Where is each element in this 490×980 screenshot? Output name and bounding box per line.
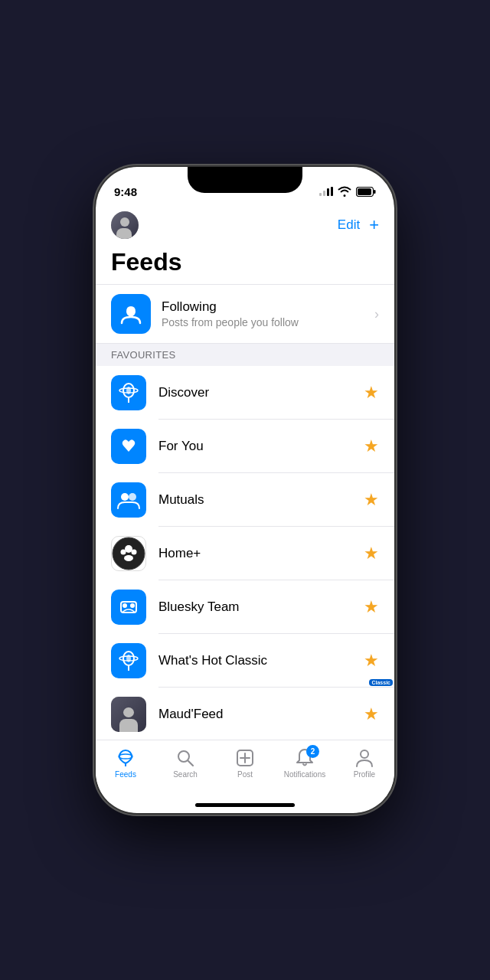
svg-point-13: [125, 545, 132, 553]
status-time: 9:48: [114, 185, 137, 198]
feeds-tab-label: Feeds: [115, 770, 136, 779]
svg-point-26: [119, 754, 132, 759]
svg-point-27: [178, 751, 189, 762]
discover-star[interactable]: ★: [364, 383, 379, 403]
bluesky-team-label: Bluesky Team: [158, 599, 364, 615]
whats-hot-label: What's Hot Classic: [158, 653, 364, 668]
tab-bar: Feeds Search: [96, 740, 394, 803]
following-icon: [111, 294, 151, 334]
feed-item-bluesky-team[interactable]: Bluesky Team ★: [96, 580, 394, 634]
svg-point-11: [129, 493, 136, 501]
homeplus-label: Home+: [158, 546, 364, 561]
edit-button[interactable]: Edit: [338, 217, 360, 233]
svg-point-12: [113, 537, 145, 570]
header: Edit +: [96, 205, 394, 247]
battery-icon: [356, 187, 376, 197]
maud-icon: [111, 697, 146, 732]
svg-point-10: [121, 493, 129, 501]
following-subtitle: Posts from people you follow: [162, 316, 374, 328]
svg-point-19: [130, 603, 135, 608]
notifications-tab-icon: 2: [295, 748, 315, 768]
feed-item-maud[interactable]: Maud'Feed ★: [96, 688, 394, 740]
feed-item-whats-hot[interactable]: Classic What's Hot Classic ★: [96, 634, 394, 688]
notch: [188, 167, 302, 193]
svg-point-16: [124, 555, 133, 561]
feeds-tab-icon: [116, 748, 136, 768]
svg-rect-0: [319, 193, 322, 196]
bluesky-team-star[interactable]: ★: [364, 597, 379, 617]
mutuals-label: Mutuals: [158, 492, 364, 508]
svg-point-32: [361, 750, 368, 758]
svg-point-18: [122, 603, 127, 608]
profile-tab-label: Profile: [354, 770, 375, 779]
bluesky-team-icon: [111, 590, 146, 625]
for-you-star[interactable]: ★: [364, 436, 379, 456]
whats-hot-icon: Classic: [111, 643, 146, 678]
discover-icon: [111, 375, 146, 410]
svg-line-28: [188, 761, 193, 766]
maud-label: Maud'Feed: [158, 707, 364, 722]
profile-tab-icon: [354, 748, 374, 768]
svg-rect-5: [374, 190, 376, 194]
homeplus-icon: [111, 536, 146, 571]
tab-search[interactable]: Search: [155, 746, 215, 780]
post-tab-label: Post: [237, 770, 253, 779]
feed-item-for-you[interactable]: For You ★: [96, 420, 394, 473]
phone-frame: 9:48: [96, 167, 394, 813]
for-you-icon: [111, 429, 146, 464]
svg-rect-6: [358, 188, 371, 195]
feed-item-home-plus[interactable]: Home+ ★: [96, 527, 394, 580]
page-title: Feeds: [96, 247, 394, 284]
tab-profile[interactable]: Profile: [335, 746, 394, 780]
notification-badge: 2: [306, 745, 319, 758]
following-row[interactable]: Following Posts from people you follow ›: [96, 285, 394, 343]
mutuals-star[interactable]: ★: [364, 490, 379, 510]
favourites-section-header: FAVOURITES: [96, 344, 394, 366]
signal-icon: [319, 187, 333, 196]
home-bar: [195, 803, 295, 807]
search-tab-label: Search: [173, 770, 198, 779]
svg-point-14: [121, 550, 126, 555]
following-title: Following: [162, 299, 374, 315]
svg-rect-1: [323, 191, 325, 196]
svg-rect-3: [331, 187, 333, 196]
for-you-label: For You: [158, 439, 364, 454]
phone-screen: 9:48: [96, 167, 394, 813]
add-button[interactable]: +: [369, 217, 379, 234]
search-tab-icon: [175, 748, 195, 768]
whats-hot-star[interactable]: ★: [364, 651, 379, 671]
feed-item-mutuals[interactable]: Mutuals ★: [96, 473, 394, 527]
tab-notifications[interactable]: 2 Notifications: [275, 746, 335, 780]
status-icons: [319, 186, 376, 197]
feed-item-discover[interactable]: Discover ★: [96, 366, 394, 420]
mutuals-icon: [111, 482, 146, 518]
svg-rect-2: [327, 188, 329, 196]
svg-point-15: [132, 550, 137, 555]
chevron-right-icon: ›: [374, 306, 379, 322]
notifications-tab-label: Notifications: [284, 770, 325, 779]
post-tab-icon: [235, 748, 255, 768]
following-text: Following Posts from people you follow: [162, 299, 374, 328]
header-actions: Edit +: [338, 217, 379, 234]
maud-star[interactable]: ★: [364, 704, 379, 724]
wifi-icon: [338, 186, 351, 197]
tab-post[interactable]: Post: [215, 746, 275, 780]
discover-label: Discover: [158, 385, 364, 400]
homeplus-star[interactable]: ★: [364, 544, 379, 564]
content-area[interactable]: Following Posts from people you follow ›…: [96, 285, 394, 740]
tab-feeds[interactable]: Feeds: [96, 746, 155, 780]
avatar[interactable]: [111, 211, 139, 239]
